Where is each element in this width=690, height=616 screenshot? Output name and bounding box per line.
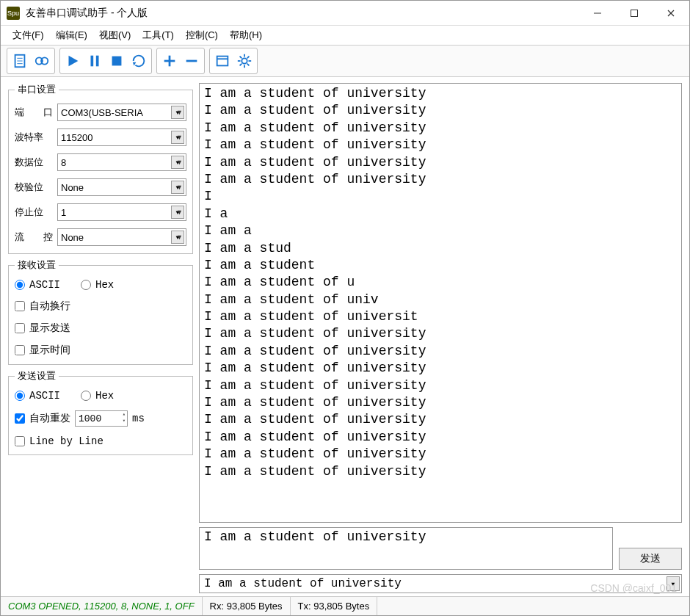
watermark: CSDN @caixf_001 [590, 582, 677, 594]
chevron-down-icon: ▼ [171, 156, 184, 169]
parity-label: 校验位 [15, 181, 57, 194]
databits-select[interactable]: 8▼ [57, 153, 186, 171]
recv-settings-group: 接收设置 ASCII Hex 自动换行 显示发送 显示时间 [8, 258, 193, 365]
showsend-checkbox[interactable] [15, 323, 25, 333]
autowrap-checkbox[interactable] [15, 301, 25, 311]
recv-hex-radio[interactable]: Hex [81, 279, 114, 291]
interval-value: 1000 [79, 413, 101, 424]
menu-view[interactable]: 视图(V) [95, 26, 135, 44]
chevron-down-icon: ▼ [171, 131, 184, 144]
databits-value: 8 [61, 157, 66, 168]
flow-label: 流 控 [15, 231, 57, 244]
menu-control[interactable]: 控制(C) [181, 26, 222, 44]
close-button[interactable] [653, 1, 689, 25]
status-rx: Rx: 93,805 Bytes [203, 597, 291, 615]
stopbits-select[interactable]: 1▼ [57, 203, 186, 221]
record-icon[interactable] [31, 50, 53, 72]
send-ascii-radio[interactable]: ASCII [15, 390, 60, 402]
pause-icon[interactable] [84, 50, 106, 72]
parity-select[interactable]: None▼ [57, 178, 186, 196]
recv-hex-label: Hex [95, 279, 114, 291]
main-area: 串口设置 端 口 COM3(USB-SERIA▼ 波特率 115200▼ 数据位… [1, 77, 689, 596]
send-ascii-label: ASCII [29, 390, 60, 402]
svg-rect-13 [112, 57, 122, 66]
chevron-down-icon: ▼ [171, 106, 184, 119]
output-textarea[interactable]: I am a student of university I am a stud… [199, 83, 682, 523]
interval-unit: ms [132, 413, 145, 424]
svg-marker-10 [69, 56, 79, 67]
send-button[interactable]: 发送 [619, 548, 682, 570]
port-select[interactable]: COM3(USB-SERIA▼ [57, 104, 186, 121]
recv-settings-legend: 接收设置 [15, 258, 59, 272]
menu-help[interactable]: 帮助(H) [225, 26, 266, 44]
autoresend-label: 自动重发 [29, 412, 70, 425]
send-input[interactable] [199, 527, 613, 570]
showsend-label: 显示发送 [29, 322, 70, 335]
maximize-button[interactable] [616, 1, 653, 25]
autowrap-label: 自动换行 [29, 300, 70, 313]
send-settings-group: 发送设置 ASCII Hex 自动重发 1000 ms Line by Line [8, 369, 193, 455]
svg-rect-1 [631, 10, 638, 16]
svg-point-20 [242, 58, 247, 63]
toolbar [1, 45, 689, 77]
port-label: 端 口 [15, 106, 57, 119]
baud-label: 波特率 [15, 131, 57, 144]
send-settings-legend: 发送设置 [15, 369, 59, 383]
right-panel: I am a student of university I am a stud… [199, 83, 682, 593]
plus-icon[interactable] [159, 50, 181, 72]
flow-select[interactable]: None▼ [57, 228, 186, 246]
showtime-label: 显示时间 [29, 344, 70, 357]
refresh-icon[interactable] [128, 50, 150, 72]
svg-line-27 [240, 64, 242, 66]
databits-label: 数据位 [15, 156, 57, 169]
svg-line-26 [247, 64, 250, 66]
parity-value: None [61, 182, 84, 193]
svg-rect-18 [217, 57, 228, 66]
baud-select[interactable]: 115200▼ [57, 128, 186, 146]
linebyline-label: Line by Line [29, 435, 104, 447]
stopbits-label: 停止位 [15, 206, 57, 219]
menu-tools[interactable]: 工具(T) [138, 26, 178, 44]
left-panel: 串口设置 端 口 COM3(USB-SERIA▼ 波特率 115200▼ 数据位… [8, 83, 193, 593]
window-title: 友善串口调试助手 - 个人版 [26, 7, 579, 20]
interval-spinner[interactable]: 1000 [75, 410, 128, 427]
port-value: COM3(USB-SERIA [61, 107, 143, 118]
send-hex-radio[interactable]: Hex [81, 390, 114, 402]
recv-ascii-label: ASCII [29, 279, 60, 291]
gear-icon[interactable] [233, 50, 255, 72]
svg-line-25 [240, 57, 242, 59]
minus-icon[interactable] [181, 50, 203, 72]
chevron-down-icon: ▼ [171, 206, 184, 219]
serial-settings-legend: 串口设置 [15, 83, 59, 96]
window-icon[interactable] [211, 50, 233, 72]
window-controls [579, 1, 689, 25]
history-value: I am a student of university [204, 577, 402, 590]
chevron-down-icon: ▼ [171, 231, 184, 244]
statusbar: COM3 OPENED, 115200, 8, NONE, 1, OFF Rx:… [1, 596, 689, 615]
autoresend-checkbox[interactable] [15, 413, 25, 424]
chevron-down-icon: ▼ [171, 181, 184, 194]
status-tx: Tx: 93,805 Bytes [291, 597, 378, 615]
menu-edit[interactable]: 编辑(E) [51, 26, 92, 44]
menubar: 文件(F) 编辑(E) 视图(V) 工具(T) 控制(C) 帮助(H) [1, 26, 689, 45]
minimize-button[interactable] [579, 1, 616, 25]
send-hex-label: Hex [95, 390, 114, 402]
stop-icon[interactable] [106, 50, 128, 72]
app-icon: Spu [7, 7, 20, 20]
stopbits-value: 1 [61, 207, 66, 218]
play-icon[interactable] [62, 50, 84, 72]
menu-file[interactable]: 文件(F) [8, 26, 48, 44]
svg-rect-12 [96, 56, 99, 67]
status-connection: COM3 OPENED, 115200, 8, NONE, 1, OFF [1, 597, 203, 615]
recv-ascii-radio[interactable]: ASCII [15, 279, 60, 291]
svg-line-28 [247, 57, 250, 59]
flow-value: None [61, 232, 84, 243]
serial-settings-group: 串口设置 端 口 COM3(USB-SERIA▼ 波特率 115200▼ 数据位… [8, 83, 193, 254]
new-file-icon[interactable] [9, 50, 31, 72]
baud-value: 115200 [61, 132, 92, 143]
svg-rect-11 [91, 56, 94, 67]
linebyline-checkbox[interactable] [15, 436, 25, 446]
titlebar: Spu 友善串口调试助手 - 个人版 [1, 1, 689, 26]
showtime-checkbox[interactable] [15, 345, 25, 355]
